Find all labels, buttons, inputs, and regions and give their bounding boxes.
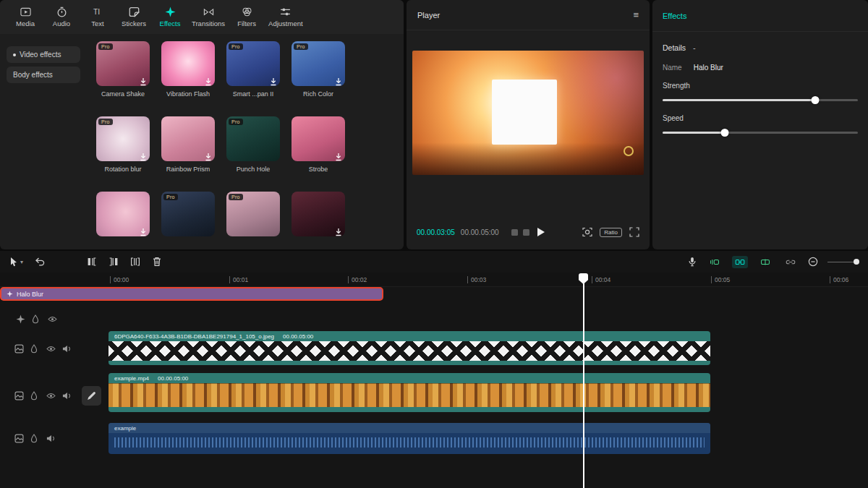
video-track-controls (14, 391, 72, 401)
effect-card-rainbow-prism[interactable]: Rainbow Prism (158, 116, 218, 192)
timeline-zoom-slider[interactable] (827, 258, 859, 265)
clip-frame-icon (14, 391, 24, 401)
sidebar-item-video-effects[interactable]: Video effects (7, 46, 80, 63)
effect-thumbnail (161, 116, 215, 161)
image-clip[interactable]: 6DPGA640-F633-4A3B-B1DB-DBA1BE291794_1_1… (109, 331, 710, 365)
record-voiceover-button[interactable] (687, 257, 697, 267)
effect-clip-halo-blur[interactable]: Halo Blur (0, 287, 383, 301)
transitions-icon (203, 7, 214, 17)
effect-track-controls (16, 314, 57, 324)
slider-handle[interactable] (811, 96, 819, 104)
player-menu-icon[interactable]: ≡ (633, 9, 639, 20)
tab-transitions[interactable]: Transitions (188, 4, 229, 30)
select-tool-button[interactable]: ▾ (9, 257, 23, 267)
video-preview[interactable] (412, 51, 644, 175)
fullscreen-icon[interactable] (629, 227, 639, 237)
strength-slider[interactable] (663, 95, 858, 104)
effect-card-row3-3[interactable]: Pro (223, 192, 284, 249)
opacity-droplet-icon[interactable] (32, 314, 41, 324)
speed-param: Speed (652, 104, 868, 137)
mute-speaker-icon[interactable] (62, 391, 72, 401)
zoom-out-button[interactable] (808, 257, 818, 267)
zoom-slider-handle[interactable] (854, 259, 859, 265)
video-clip-filmstrip (109, 383, 710, 407)
opacity-droplet-icon[interactable] (30, 434, 40, 443)
effect-name: Rich Color (303, 90, 333, 98)
tab-label: Effects (160, 20, 181, 27)
preview-axis-toggle[interactable] (757, 256, 773, 268)
cursor-icon (9, 257, 19, 267)
edit-clip-button[interactable] (82, 386, 101, 406)
split-button[interactable] (130, 257, 140, 267)
clip-duration: 00.00.05:00 (158, 375, 188, 382)
tab-media[interactable]: Media (7, 4, 43, 30)
undo-icon (35, 257, 45, 267)
tab-label: Stickers (122, 20, 146, 27)
player-panel: Player ≡ 00.00.03:05 00.00.05:00 Ratio (407, 0, 650, 249)
total-duration: 00.00.05:00 (461, 228, 499, 236)
effect-card-vibration-flash[interactable]: Vibration Flash (158, 41, 218, 116)
clip-filename: example (114, 425, 136, 432)
video-clip[interactable]: example.mp4 00.00.05:00 (109, 373, 710, 412)
effect-card-row3-4[interactable] (288, 192, 349, 249)
tab-text[interactable]: TI Text (80, 4, 116, 30)
effect-name: Vibration Flash (166, 90, 210, 98)
tab-audio[interactable]: Audio (43, 4, 80, 30)
mute-speaker-icon[interactable] (62, 344, 72, 354)
mute-speaker-icon[interactable] (46, 434, 56, 443)
speed-slider[interactable] (663, 128, 858, 137)
next-frame-button[interactable] (523, 229, 529, 236)
effect-card-rotation-blur[interactable]: Pro Rotation blur (93, 116, 153, 192)
effect-card-strobe[interactable]: Strobe (288, 116, 349, 192)
tab-effects[interactable]: Effects (152, 4, 188, 30)
effect-clip-icon (7, 291, 13, 297)
tab-adjustment[interactable]: Adjustment (265, 4, 307, 30)
ratio-button[interactable]: Ratio (600, 228, 622, 237)
download-icon (140, 76, 147, 84)
auto-linking-toggle[interactable] (732, 256, 748, 268)
undo-button[interactable] (35, 257, 45, 267)
clip-title-bar: example.mp4 00.00.05:00 (109, 373, 710, 383)
transport-controls (511, 228, 545, 236)
effect-card-rich-color[interactable]: Pro Rich Color (288, 41, 349, 116)
effect-card-punch-hole[interactable]: Pro Punch Hole (223, 116, 284, 192)
tab-stickers[interactable]: Stickers (116, 4, 152, 30)
toggle-visibility-eye-icon[interactable] (48, 314, 57, 324)
collapse-icon[interactable]: - (693, 43, 696, 52)
stickers-icon (129, 7, 140, 17)
sidebar-item-label: Video effects (20, 51, 61, 59)
effect-name: Rainbow Prism (166, 166, 210, 173)
clip-title-bar: example (109, 423, 710, 433)
audio-clip[interactable]: example (109, 423, 710, 454)
pro-badge: Pro (229, 119, 243, 125)
opacity-droplet-icon[interactable] (30, 391, 40, 401)
speed-label: Speed (663, 114, 858, 122)
tab-filters[interactable]: Filters (229, 4, 265, 30)
effect-card-smart-pan[interactable]: Pro Smart ...pan II (223, 41, 284, 116)
opacity-droplet-icon[interactable] (30, 344, 40, 354)
download-icon (335, 151, 342, 159)
link-toggle[interactable] (783, 256, 799, 268)
prev-frame-button[interactable] (511, 229, 518, 236)
ruler-tick: 00:00 (110, 276, 129, 283)
delete-button[interactable] (152, 257, 162, 267)
play-button[interactable] (537, 228, 545, 236)
playhead-line[interactable] (583, 273, 584, 488)
audio-icon (56, 7, 67, 17)
filters-icon (242, 7, 252, 17)
slider-handle[interactable] (721, 129, 729, 137)
sidebar-item-body-effects[interactable]: Body effects (7, 67, 80, 83)
toggle-visibility-eye-icon[interactable] (46, 391, 56, 401)
split-right-button[interactable] (109, 257, 119, 267)
timeline-ruler[interactable]: 00:00 00:01 00:02 00:03 00:04 00:05 00:0… (0, 273, 868, 287)
svg-text:TI: TI (93, 8, 99, 16)
effect-card-camera-shake[interactable]: Pro Camera Shake (93, 41, 153, 116)
effect-card-row3-2[interactable]: Pro (158, 192, 218, 249)
magnet-toggle[interactable] (707, 256, 723, 268)
toggle-visibility-eye-icon[interactable] (46, 344, 56, 354)
ruler-tick: 00:04 (592, 276, 610, 283)
details-section-label: Details (663, 43, 686, 52)
effect-card-row3-1[interactable] (93, 192, 153, 249)
split-left-button[interactable] (87, 257, 97, 267)
fit-focus-icon[interactable] (582, 227, 592, 237)
